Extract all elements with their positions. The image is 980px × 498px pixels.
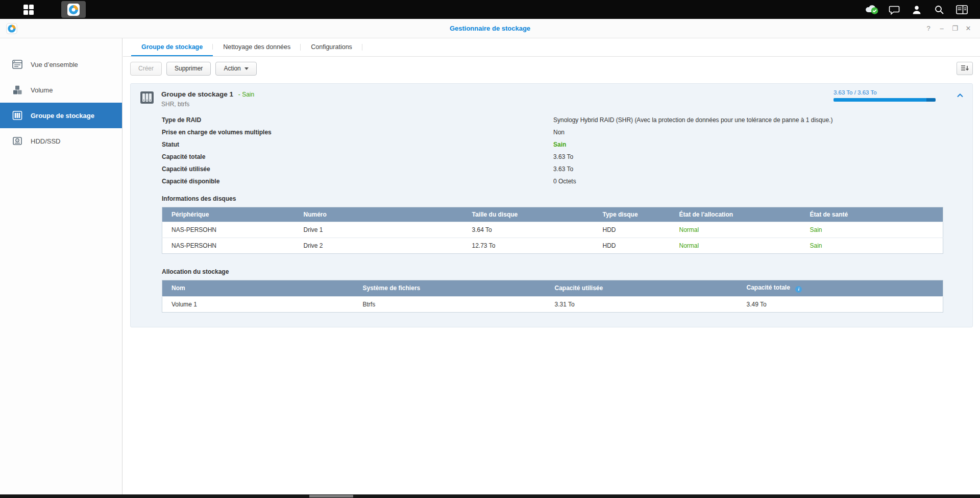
cell-number: Drive 2 bbox=[295, 238, 463, 254]
status-value: Sain bbox=[553, 141, 566, 148]
close-icon[interactable]: ✕ bbox=[962, 22, 975, 35]
disk-table-header-row: Périphérique Numéro Taille du disque Typ… bbox=[162, 207, 943, 222]
storage-manager-app-icon bbox=[6, 23, 17, 34]
cell-device: NAS-PERSOHN bbox=[162, 238, 295, 254]
pool-usage-bar bbox=[834, 98, 936, 102]
disk-info-table: Périphérique Numéro Taille du disque Typ… bbox=[162, 207, 943, 254]
hdd-icon bbox=[11, 135, 23, 147]
pool-status-badge: - Sain bbox=[238, 91, 254, 98]
disk-table-row[interactable]: NAS-PERSOHN Drive 2 12.73 To HDD Normal … bbox=[162, 238, 943, 254]
detail-value: Synology Hybrid RAID (SHR) (Avec la prot… bbox=[553, 116, 832, 124]
cell-total-capacity: 3.49 To bbox=[738, 296, 943, 312]
volume-icon bbox=[11, 84, 23, 96]
window-title: Gestionnaire de stockage bbox=[0, 25, 980, 32]
column-header: État de l'allocation bbox=[670, 207, 801, 222]
detail-value: 3.63 To bbox=[553, 153, 573, 160]
window-titlebar[interactable]: Gestionnaire de stockage ? – ❐ ✕ bbox=[0, 19, 980, 38]
info-icon[interactable]: i bbox=[795, 286, 802, 293]
main-content: Groupe de stockage Nettoyage des données… bbox=[123, 38, 980, 494]
storage-pool-icon bbox=[11, 109, 23, 122]
bottom-strip-segment bbox=[309, 495, 353, 497]
tab-data-scrubbing[interactable]: Nettoyage des données bbox=[213, 38, 301, 56]
allocation-table-header-row: Nom Système de fichiers Capacité utilisé… bbox=[162, 280, 943, 297]
detail-row-raid-type: Type de RAID Synology Hybrid RAID (SHR) … bbox=[139, 114, 964, 126]
detail-row-total-capacity: Capacité totale 3.63 To bbox=[139, 151, 964, 163]
pool-header: Groupe de stockage 1 - Sain SHR, btrfs 3… bbox=[139, 89, 964, 108]
storage-pool-panel: Groupe de stockage 1 - Sain SHR, btrfs 3… bbox=[130, 83, 973, 327]
cell-type: HDD bbox=[594, 238, 670, 254]
detail-value: Non bbox=[553, 129, 565, 136]
tab-bar: Groupe de stockage Nettoyage des données… bbox=[123, 38, 980, 57]
sidebar-item-storage-pool[interactable]: Groupe de stockage bbox=[0, 103, 122, 128]
create-button[interactable]: Créer bbox=[130, 62, 162, 76]
help-icon[interactable]: ? bbox=[922, 22, 935, 35]
detail-row-used-capacity: Capacité utilisée 3.63 To bbox=[139, 163, 964, 175]
sort-list-icon[interactable] bbox=[957, 62, 973, 75]
sidebar-item-overview[interactable]: Vue d’ensemble bbox=[0, 52, 122, 77]
detail-label: Type de RAID bbox=[162, 116, 553, 124]
sidebar-item-hdd-ssd[interactable]: HDD/SSD bbox=[0, 128, 122, 154]
detail-value: 0 Octets bbox=[553, 178, 576, 185]
cell-health-status: Sain bbox=[801, 222, 943, 238]
chevron-down-icon bbox=[244, 67, 249, 70]
column-header: Taille du disque bbox=[463, 207, 594, 222]
widgets-icon[interactable] bbox=[950, 0, 973, 19]
cell-device: NAS-PERSOHN bbox=[162, 222, 295, 238]
cell-allocation-status: Normal bbox=[670, 222, 801, 238]
collapse-chevron-icon[interactable] bbox=[956, 92, 964, 101]
tab-storage-pool[interactable]: Groupe de stockage bbox=[131, 38, 213, 56]
storage-manager-window: Gestionnaire de stockage ? – ❐ ✕ Vue d’e… bbox=[0, 19, 980, 494]
allocation-section-title: Allocation du stockage bbox=[162, 268, 964, 275]
detail-label: Prise en charge de volumes multiples bbox=[162, 129, 553, 136]
cell-health-status: Sain bbox=[801, 238, 943, 254]
detail-label: Statut bbox=[162, 141, 553, 148]
detail-label: Capacité utilisée bbox=[162, 165, 553, 173]
allocation-table-row[interactable]: Volume 1 Btrfs 3.31 To 3.49 To bbox=[162, 296, 943, 312]
overview-icon bbox=[11, 58, 23, 70]
column-header: Numéro bbox=[295, 207, 463, 222]
pool-subtitle: SHR, btrfs bbox=[161, 101, 254, 108]
cell-allocation-status: Normal bbox=[670, 238, 801, 254]
pool-usage-text: 3.63 To / 3.63 To bbox=[834, 89, 936, 96]
search-icon[interactable] bbox=[928, 0, 950, 19]
desktop-taskbar bbox=[0, 0, 980, 19]
storage-allocation-table: Nom Système de fichiers Capacité utilisé… bbox=[162, 280, 943, 313]
sidebar: Vue d’ensemble Volume Groupe de stockage… bbox=[0, 38, 122, 494]
toolbar: Créer Supprimer Action bbox=[123, 57, 980, 80]
column-header: Capacité totale i bbox=[738, 280, 943, 297]
column-header: Périphérique bbox=[162, 207, 295, 222]
sidebar-item-volume[interactable]: Volume bbox=[0, 77, 122, 103]
cell-number: Drive 1 bbox=[295, 222, 463, 238]
bottom-desktop-strip bbox=[0, 494, 980, 498]
action-dropdown-label: Action bbox=[224, 65, 240, 72]
cell-size: 12.73 To bbox=[463, 238, 594, 254]
disk-table-row[interactable]: NAS-PERSOHN Drive 1 3.64 To HDD Normal S… bbox=[162, 222, 943, 238]
pool-title: Groupe de stockage 1 bbox=[161, 90, 233, 98]
user-icon[interactable] bbox=[905, 0, 928, 19]
detail-label: Capacité totale bbox=[162, 153, 553, 160]
cell-filesystem: Btrfs bbox=[354, 296, 546, 312]
storage-manager-app-icon[interactable] bbox=[61, 1, 86, 18]
sidebar-item-label: Vue d’ensemble bbox=[31, 61, 78, 68]
sidebar-item-label: Groupe de stockage bbox=[31, 112, 94, 120]
detail-row-status: Statut Sain bbox=[139, 138, 964, 151]
cell-volume-name: Volume 1 bbox=[162, 296, 354, 312]
column-header: Système de fichiers bbox=[354, 280, 546, 297]
column-header: État de santé bbox=[801, 207, 943, 222]
sidebar-item-label: HDD/SSD bbox=[31, 137, 61, 145]
delete-button[interactable]: Supprimer bbox=[166, 62, 211, 76]
disk-info-section-title: Informations des disques bbox=[162, 195, 964, 202]
connection-status-icon[interactable] bbox=[861, 0, 883, 19]
storage-pool-panel-icon bbox=[139, 89, 155, 108]
main-menu-icon[interactable] bbox=[13, 0, 44, 19]
cell-size: 3.64 To bbox=[463, 222, 594, 238]
sidebar-item-label: Volume bbox=[31, 86, 53, 94]
detail-row-available-capacity: Capacité disponible 0 Octets bbox=[139, 175, 964, 187]
minimize-icon[interactable]: – bbox=[935, 22, 948, 35]
column-header: Capacité utilisée bbox=[546, 280, 738, 297]
restore-icon[interactable]: ❐ bbox=[948, 22, 962, 35]
action-dropdown-button[interactable]: Action bbox=[215, 62, 256, 76]
cell-used-capacity: 3.31 To bbox=[546, 296, 738, 312]
chat-icon[interactable] bbox=[883, 0, 905, 19]
tab-configurations[interactable]: Configurations bbox=[301, 38, 362, 56]
